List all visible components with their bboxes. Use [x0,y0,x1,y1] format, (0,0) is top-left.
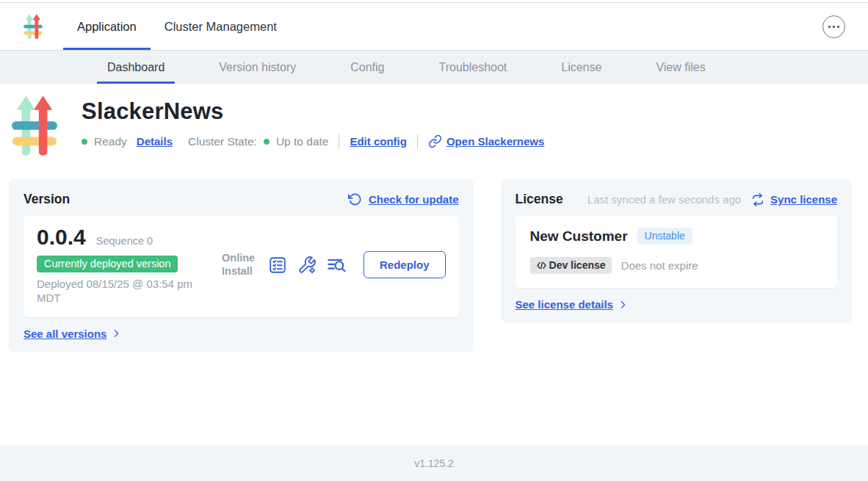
tab-license[interactable]: License [551,51,612,84]
slackernews-logo-icon [12,94,57,159]
open-app-label: Open Slackernews [446,135,544,148]
last-synced-text: Last synced a few seconds ago [587,193,741,206]
redeploy-button[interactable]: Redeploy [364,251,446,278]
version-card: Version Check for update 0.0.4 Sequence … [9,178,474,352]
refresh-icon [348,192,362,206]
license-expiry: Does not expire [621,259,698,272]
app-nav: Dashboard Version history Config Trouble… [0,50,868,84]
preflight-checklist-icon [268,256,287,275]
status-divider [417,134,418,148]
page-title: SlackerNews [82,98,544,125]
slackernews-logo-icon [23,13,43,40]
status-details-link[interactable]: Details [137,135,173,148]
app-header: SlackerNews Ready Details Cluster State:… [0,84,868,159]
chevron-right-icon [111,328,121,339]
ellipsis-icon [828,25,840,29]
replicated-app-logo-small [23,13,43,40]
preflight-checks-button[interactable] [268,256,287,275]
see-license-details-label: See license details [516,298,613,311]
see-all-versions-label: See all versions [23,328,106,340]
customer-name: New Customer [530,228,628,245]
dashboard-cards: Version Check for update 0.0.4 Sequence … [9,178,852,352]
config-wrench-icon [297,256,317,275]
license-type-label: Dev license [549,259,606,271]
cluster-state-text: Up to date [276,135,329,148]
tab-troubleshoot[interactable]: Troubleshoot [428,51,517,84]
overflow-menu-button[interactable] [822,15,845,38]
sync-icon [751,192,764,207]
app-status-text: Ready [94,135,127,148]
edit-config-link[interactable]: Edit config [350,135,407,148]
sequence-label: Sequence 0 [96,235,153,247]
license-panel: New Customer Unstable Dev license Does n… [516,216,837,288]
cluster-state-label: Cluster State: [188,135,257,148]
check-for-update[interactable]: Check for update [348,192,459,206]
channel-badge: Unstable [637,228,692,245]
slackernews-logo [12,94,57,159]
version-number: 0.0.4 [37,225,86,250]
open-app-link[interactable]: Open Slackernews [428,134,544,148]
code-icon [536,260,547,271]
app-status-dot [82,139,87,145]
chevron-right-icon [618,300,628,310]
license-card-title: License [516,192,563,207]
deployed-timestamp: Deployed 08/15/25 @ 03:54 pm MDT [37,278,219,305]
status-divider [339,134,339,148]
check-for-update-link: Check for update [369,193,459,206]
view-files-button[interactable] [327,256,347,275]
sync-license-button[interactable]: Sync license [751,192,837,207]
primary-nav: Application Cluster Management [63,3,291,50]
tab-dashboard[interactable]: Dashboard [97,51,175,84]
deployed-badge: Currently deployed version [37,256,178,272]
tab-cluster-management[interactable]: Cluster Management [151,3,291,50]
top-bar: Application Cluster Management [0,3,868,50]
edit-config-button[interactable] [297,256,317,275]
admin-console-version: v1.125.2 [414,458,454,469]
sync-license-link: Sync license [770,193,837,206]
license-type-badge: Dev license [530,257,612,274]
view-files-icon [327,256,347,275]
see-license-details-link[interactable]: See license details [516,298,628,311]
link-icon [428,134,442,148]
current-version-panel: 0.0.4 Sequence 0 Currently deployed vers… [23,216,459,317]
tab-view-files[interactable]: View files [645,51,715,84]
license-card: License Last synced a few seconds ago Sy… [501,178,852,323]
cluster-state-dot [264,139,270,145]
install-type-label: Online Install [222,252,257,278]
tab-config[interactable]: Config [340,51,394,84]
version-card-title: Version [23,192,70,207]
tab-application[interactable]: Application [63,3,151,50]
tab-version-history[interactable]: Version history [209,51,306,84]
see-all-versions-link[interactable]: See all versions [23,328,121,340]
app-status-row: Ready Details Cluster State: Up to date … [82,134,544,148]
footer: v1.125.2 [0,446,868,481]
